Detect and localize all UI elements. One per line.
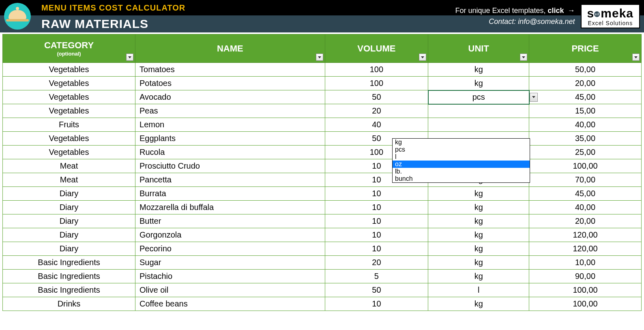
cell-unit[interactable]: kg bbox=[428, 63, 529, 77]
col-header-unit[interactable]: UNIT bbox=[428, 34, 529, 63]
cell-volume[interactable]: 50 bbox=[325, 283, 428, 297]
cell-volume[interactable]: 100 bbox=[325, 77, 428, 90]
cell-category[interactable]: Diary bbox=[3, 201, 135, 214]
cell-name[interactable]: Peas bbox=[135, 104, 325, 118]
col-header-name[interactable]: NAME bbox=[135, 34, 325, 63]
cell-price[interactable]: 120,00 bbox=[529, 228, 642, 242]
cell-name[interactable]: Lemon bbox=[135, 118, 325, 132]
unit-option[interactable]: l bbox=[393, 153, 530, 161]
cell-category[interactable]: Drinks bbox=[3, 297, 135, 311]
cell-name[interactable]: Potatoes bbox=[135, 77, 325, 90]
cell-name[interactable]: Eggplants bbox=[135, 132, 325, 146]
unit-option[interactable]: lb. bbox=[393, 168, 530, 175]
cell-category[interactable]: Vegetables bbox=[3, 90, 135, 104]
cell-unit[interactable]: l bbox=[428, 283, 529, 297]
cell-unit[interactable] bbox=[428, 104, 529, 118]
cell-name[interactable]: Pancetta bbox=[135, 173, 325, 187]
cell-name[interactable]: Olive oil bbox=[135, 283, 325, 297]
promo-block[interactable]: For unique Excel templates, click → Cont… bbox=[455, 6, 575, 26]
brand-box[interactable]: sıılmeka Excel Solutions bbox=[581, 4, 640, 28]
cell-name[interactable]: Butter bbox=[135, 214, 325, 228]
cell-volume[interactable]: 20 bbox=[325, 104, 428, 118]
cell-volume[interactable]: 10 bbox=[325, 242, 428, 256]
cell-volume[interactable]: 40 bbox=[325, 118, 428, 132]
cell-category[interactable]: Diary bbox=[3, 228, 135, 242]
unit-option[interactable]: kg bbox=[393, 139, 530, 146]
cell-price[interactable]: 35,00 bbox=[529, 132, 642, 146]
cell-category[interactable]: Vegetables bbox=[3, 77, 135, 90]
cell-unit[interactable]: kg bbox=[428, 242, 529, 256]
cell-category[interactable]: Vegetables bbox=[3, 63, 135, 77]
cell-category[interactable]: Basic Ingredients bbox=[3, 256, 135, 270]
cell-price[interactable]: 45,00 bbox=[529, 90, 642, 104]
filter-button-category[interactable] bbox=[126, 54, 133, 61]
cell-name[interactable]: Pecorino bbox=[135, 242, 325, 256]
cell-category[interactable]: Vegetables bbox=[3, 104, 135, 118]
cell-category[interactable]: Basic Ingredients bbox=[3, 283, 135, 297]
cell-volume[interactable]: 10 bbox=[325, 201, 428, 214]
cell-volume[interactable]: 20 bbox=[325, 256, 428, 270]
cell-volume[interactable]: 10 bbox=[325, 228, 428, 242]
cell-price[interactable]: 100,00 bbox=[529, 297, 642, 311]
cell-price[interactable]: 25,00 bbox=[529, 146, 642, 159]
cell-price[interactable]: 70,00 bbox=[529, 173, 642, 187]
unit-option[interactable]: pcs bbox=[393, 146, 530, 153]
col-header-volume[interactable]: VOLUME bbox=[325, 34, 428, 63]
cell-name[interactable]: Gorgonzola bbox=[135, 228, 325, 242]
cell-price[interactable]: 20,00 bbox=[529, 214, 642, 228]
cell-price[interactable]: 40,00 bbox=[529, 118, 642, 132]
filter-button-unit[interactable] bbox=[520, 54, 527, 61]
cell-name[interactable]: Prosciutto Crudo bbox=[135, 159, 325, 173]
cell-price[interactable]: 50,00 bbox=[529, 63, 642, 77]
filter-button-name[interactable] bbox=[316, 54, 323, 61]
cell-name[interactable]: Burrata bbox=[135, 187, 325, 201]
unit-option[interactable]: bunch bbox=[393, 175, 530, 182]
cell-name[interactable]: Rucola bbox=[135, 146, 325, 159]
cell-name[interactable]: Coffee beans bbox=[135, 297, 325, 311]
unit-option[interactable]: oz bbox=[393, 161, 530, 168]
cell-category[interactable]: Diary bbox=[3, 187, 135, 201]
cell-volume[interactable]: 50 bbox=[325, 90, 428, 104]
cell-category[interactable]: Diary bbox=[3, 214, 135, 228]
cell-category[interactable]: Diary bbox=[3, 242, 135, 256]
col-header-price[interactable]: PRICE bbox=[529, 34, 642, 63]
cell-name[interactable]: Tomatoes bbox=[135, 63, 325, 77]
cell-unit[interactable]: kg bbox=[428, 214, 529, 228]
cell-category[interactable]: Basic Ingredients bbox=[3, 270, 135, 283]
cell-volume[interactable]: 10 bbox=[325, 214, 428, 228]
cell-price[interactable]: 15,00 bbox=[529, 104, 642, 118]
cell-price[interactable]: 100,00 bbox=[529, 159, 642, 173]
cell-price[interactable]: 10,00 bbox=[529, 256, 642, 270]
cell-price[interactable]: 120,00 bbox=[529, 242, 642, 256]
col-header-category[interactable]: CATEGORY (optional) bbox=[3, 34, 135, 63]
cell-unit[interactable]: kg bbox=[428, 297, 529, 311]
cell-unit[interactable]: pcs bbox=[428, 90, 529, 104]
cell-price[interactable]: 45,00 bbox=[529, 187, 642, 201]
cell-name[interactable]: Pistachio bbox=[135, 270, 325, 283]
cell-category[interactable]: Vegetables bbox=[3, 146, 135, 159]
cell-category[interactable]: Fruits bbox=[3, 118, 135, 132]
data-validation-button[interactable] bbox=[530, 93, 538, 102]
filter-button-price[interactable] bbox=[632, 54, 640, 61]
cell-unit[interactable]: kg bbox=[428, 256, 529, 270]
cell-price[interactable]: 100,00 bbox=[529, 283, 642, 297]
unit-dropdown-list[interactable]: kgpcslozlb.bunch bbox=[392, 138, 530, 183]
cell-price[interactable]: 20,00 bbox=[529, 77, 642, 90]
cell-name[interactable]: Sugar bbox=[135, 256, 325, 270]
cell-unit[interactable]: kg bbox=[428, 201, 529, 214]
cell-name[interactable]: Avocado bbox=[135, 90, 325, 104]
cell-category[interactable]: Meat bbox=[3, 173, 135, 187]
cell-unit[interactable]: kg bbox=[428, 187, 529, 201]
cell-volume[interactable]: 10 bbox=[325, 187, 428, 201]
cell-unit[interactable]: kg bbox=[428, 77, 529, 90]
cell-category[interactable]: Vegetables bbox=[3, 132, 135, 146]
cell-price[interactable]: 90,00 bbox=[529, 270, 642, 283]
cell-unit[interactable]: kg bbox=[428, 228, 529, 242]
cell-name[interactable]: Mozzarella di buffala bbox=[135, 201, 325, 214]
cell-category[interactable]: Meat bbox=[3, 159, 135, 173]
cell-price[interactable]: 40,00 bbox=[529, 201, 642, 214]
filter-button-volume[interactable] bbox=[419, 54, 426, 61]
cell-volume[interactable]: 100 bbox=[325, 63, 428, 77]
cell-volume[interactable]: 5 bbox=[325, 270, 428, 283]
cell-volume[interactable]: 10 bbox=[325, 297, 428, 311]
